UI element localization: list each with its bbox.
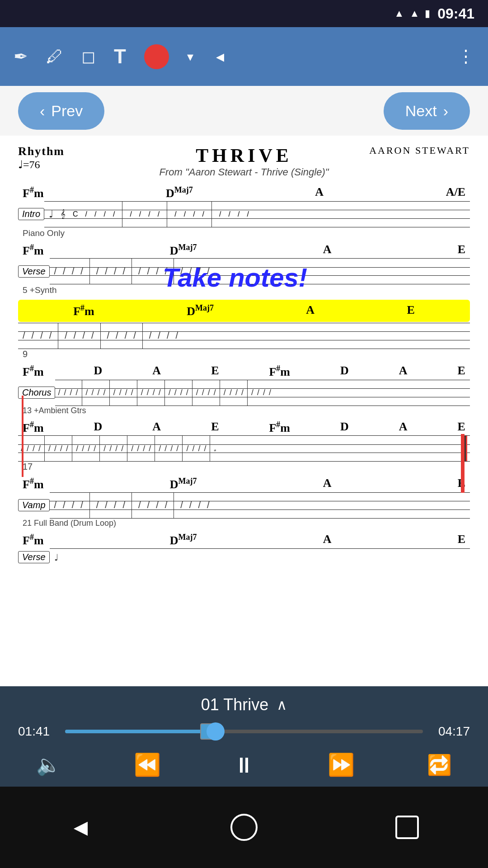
- rhythm-label: Rhythm ♩=76: [18, 145, 65, 171]
- intro-note: Piano Only: [18, 228, 470, 238]
- progress-bar[interactable]: [65, 730, 423, 733]
- highlighter-tool-icon[interactable]: 🖊: [46, 47, 63, 66]
- prev-label: Prev: [51, 102, 83, 120]
- chord-row-17: F#m D A E F#m D A E: [18, 420, 470, 435]
- prev-button[interactable]: ‹ Prev: [18, 92, 104, 130]
- chord-ae: A/E: [446, 185, 465, 200]
- chorus-section-label: Chorus: [18, 387, 55, 399]
- next-chevron-icon: ›: [443, 102, 448, 120]
- red-annotation-line-left: [22, 396, 23, 477]
- chord-dmaj7: DMaj7: [166, 185, 193, 200]
- volume-button[interactable]: 🔈: [36, 753, 61, 777]
- chord-fsharp-m: F#m: [23, 185, 44, 200]
- intro-section-label: Intro: [18, 208, 44, 220]
- text-tool-icon[interactable]: T: [114, 45, 126, 68]
- chord-row-vamp: F#m DMaj7 A E: [18, 476, 470, 491]
- rewind-button[interactable]: ⏪: [134, 752, 161, 778]
- vamp-note: 21 Full Band (Drum Loop): [18, 519, 470, 528]
- toolbar: ✒ 🖊 ◻ T ▾ ◂ ⋮: [0, 27, 488, 86]
- player-title-row: 01 Thrive ∧: [18, 695, 470, 714]
- progress-thumb[interactable]: [200, 723, 216, 740]
- signal-icon: ▲: [409, 8, 419, 19]
- section-intro: F#m DMaj7 A A/E Intro ♩ 𝄞 C /: [18, 185, 470, 238]
- chord-row-verse1: F#m DMaj7 A E: [18, 243, 470, 258]
- recents-nav-button[interactable]: [395, 816, 419, 839]
- eraser-tool-icon[interactable]: ◻: [81, 47, 96, 66]
- sheet-subtitle: From "Aaron Stewart - Thrive (Single)": [18, 166, 470, 178]
- staff-chorus: Chorus //// //// //// //// //// ////: [18, 380, 470, 406]
- section-verse2: F#m DMaj7 A E Verse ♩: [18, 533, 470, 566]
- more-options-icon[interactable]: ⋮: [457, 47, 474, 66]
- chorus-note: 13 +Ambient Gtrs: [18, 406, 470, 415]
- status-icons: ▲ ▲ ▮: [394, 8, 431, 19]
- clef-symbol: ♩: [49, 208, 53, 220]
- next-button[interactable]: Next ›: [384, 92, 470, 130]
- staff-measure17: //// //// //// //// //// //// //// 𝅗: [18, 435, 470, 462]
- verse2-section-label: Verse: [18, 551, 50, 563]
- section-measure17: F#m D A E F#m D A E //// //// //// //// …: [18, 420, 470, 472]
- volume-icon[interactable]: ◂: [216, 47, 224, 66]
- measure-17-number: 17: [18, 462, 470, 472]
- progress-row: 01:41 04:17: [18, 724, 470, 739]
- chord-row-chorus1: F#m D A E F#m D A E: [18, 364, 470, 379]
- staff-verse2: Verse ♩: [18, 548, 470, 566]
- red-annotation-line-right2: [461, 434, 463, 493]
- section-chorus: F#m D A E F#m D A E Chorus //// //// ///…: [18, 364, 470, 415]
- next-label: Next: [405, 102, 437, 120]
- status-time: 09:41: [437, 5, 474, 22]
- vamp-section-label: Vamp: [18, 499, 50, 511]
- repeat-button[interactable]: 🔁: [427, 753, 452, 777]
- current-time: 01:41: [18, 724, 54, 739]
- home-nav-button[interactable]: [230, 814, 258, 841]
- pause-button[interactable]: ⏸: [233, 753, 255, 778]
- measure-9-number: 9: [18, 349, 470, 359]
- sheet-music-area: Rhythm ♩=76 THRIVE From "Aaron Stewart -…: [0, 136, 488, 588]
- status-bar: ▲ ▲ ▮ 09:41: [0, 0, 488, 27]
- back-nav-button[interactable]: ◄: [69, 814, 92, 841]
- dropdown-arrow-icon[interactable]: ▾: [187, 49, 193, 64]
- highlight-chord-row: F#m DMaj7 A E: [18, 300, 470, 322]
- wifi-icon: ▲: [394, 8, 404, 19]
- player-bar: 01 Thrive ∧ 01:41 04:17 🔈 ⏪ ⏸ ⏩ 🔁: [0, 686, 488, 787]
- pen-tool-icon[interactable]: ✒: [14, 47, 28, 66]
- navigation-row: ‹ Prev Next ›: [0, 86, 488, 136]
- progress-thumb-inner: [206, 722, 225, 741]
- chord-row-intro: F#m DMaj7 A A/E: [18, 185, 470, 200]
- player-expand-icon[interactable]: ∧: [277, 696, 287, 713]
- prev-chevron-icon: ‹: [40, 102, 45, 120]
- progress-fill: [65, 730, 208, 733]
- player-track-name: 01 Thrive: [201, 695, 268, 714]
- section-vamp: F#m DMaj7 A E Vamp //// //// //// ////: [18, 476, 470, 528]
- sheet-composer: Aaron Stewart: [369, 145, 470, 156]
- battery-icon: ▮: [425, 8, 430, 19]
- chord-row-verse2: F#m DMaj7 A E: [18, 533, 470, 547]
- section-highlighted: F#m DMaj7 A E //// //// //// //// 9: [18, 300, 470, 359]
- staff-vamp: Vamp //// //// //// ////: [18, 492, 470, 519]
- verse-section-label: Verse: [18, 265, 50, 278]
- staff-intro: Intro ♩ 𝄞 C / / / /: [18, 201, 470, 227]
- take-notes-annotation: Take notes!: [163, 262, 307, 292]
- red-annotation-line-right: [463, 434, 465, 493]
- fast-forward-button[interactable]: ⏩: [328, 752, 355, 778]
- staff-highlighted: //// //// //// ////: [18, 323, 470, 349]
- chord-a: A: [315, 185, 324, 200]
- bottom-nav: ◄: [0, 787, 488, 868]
- record-button[interactable]: [144, 44, 169, 69]
- player-controls: 🔈 ⏪ ⏸ ⏩ 🔁: [18, 752, 470, 778]
- total-time: 04:17: [434, 724, 470, 739]
